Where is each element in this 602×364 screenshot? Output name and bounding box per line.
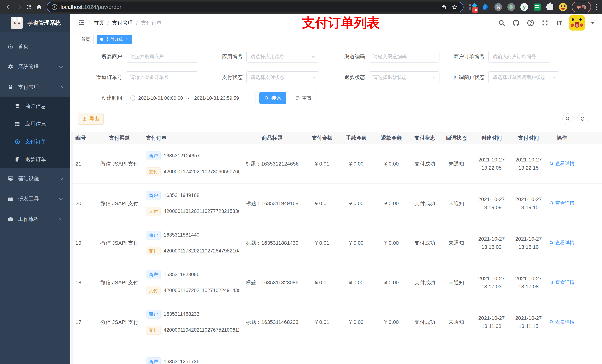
refund-status-select[interactable]: 请选择退款状态 xyxy=(369,71,440,83)
orders-table: 编号 支付渠道 支付订单 商品标题 支付金额 手续金额 退款金额 支付状态 回调… xyxy=(70,132,602,364)
channel-code-select[interactable]: 请输入渠道编码 xyxy=(369,51,440,62)
pay-status-select[interactable]: 请选择支付状态 xyxy=(246,71,319,83)
export-button[interactable]: 导出 xyxy=(78,113,104,125)
filter-row-3: 创建时间 2021-10-01 00:00:00 - 2021-10-31 23… xyxy=(78,92,602,104)
refresh-table-button[interactable] xyxy=(577,113,588,124)
tag-close-icon[interactable]: × xyxy=(126,37,128,42)
emoji-avatar-icon xyxy=(559,3,567,11)
extension-command[interactable]: ⌘ xyxy=(494,3,502,11)
github-button[interactable] xyxy=(512,19,521,27)
fullscreen-button[interactable] xyxy=(540,19,549,27)
field-label: 应用编号 xyxy=(198,53,246,60)
breadcrumb-pay[interactable]: 支付管理 xyxy=(112,20,133,26)
table-left-clip xyxy=(70,132,73,364)
table-header-row: 编号 支付渠道 支付订单 商品标题 支付金额 手续金额 退款金额 支付状态 回调… xyxy=(70,132,602,144)
app-select[interactable]: 请选择应用信息 xyxy=(246,51,319,62)
extension-balloon[interactable] xyxy=(481,3,489,11)
filter-row-1: 所属商户 应用编号 请选择应用信息 渠道编码 请输入渠道编码 商户订单编号 xyxy=(78,51,602,62)
channel-order-no-input[interactable] xyxy=(130,74,194,80)
chevron-down-icon xyxy=(312,54,315,58)
col-id: 编号 xyxy=(70,135,96,142)
view-detail-link[interactable]: 查看详情 xyxy=(549,239,575,246)
balloon-icon xyxy=(483,4,488,10)
sidebar-item-workflow[interactable]: 工作流程 xyxy=(0,209,70,229)
merchant-order-no-input[interactable] xyxy=(493,54,547,60)
view-detail-link[interactable]: 查看详情 xyxy=(549,200,575,207)
home-icon xyxy=(36,4,43,10)
sidebar-item-refund-order[interactable]: 退款订单 xyxy=(0,151,70,168)
search-button[interactable]: 搜索 xyxy=(259,92,286,104)
view-detail-link[interactable]: 查看详情 xyxy=(549,319,575,325)
chrome-update-button[interactable]: 更新 xyxy=(572,2,591,12)
app-title: 芋道管理系统 xyxy=(27,19,61,27)
sidebar-item-pay-order[interactable]: 支付订单 xyxy=(0,133,70,151)
merchant-input[interactable] xyxy=(130,54,194,60)
sidebar-item-pay[interactable]: ¥ 支付管理 xyxy=(0,77,70,97)
extensions-area: 10 ⌘ y xyxy=(468,3,567,11)
extension-y[interactable]: y xyxy=(520,3,528,11)
sidebar-item-dev-tools[interactable]: 研发工具 xyxy=(0,189,70,209)
active-tag-dot xyxy=(100,38,103,41)
reload-button[interactable] xyxy=(24,2,34,12)
gear-icon xyxy=(7,64,14,70)
extension-recorder[interactable] xyxy=(507,3,515,11)
app-logo[interactable]: 芋道管理系统 xyxy=(0,14,70,32)
forward-button[interactable] xyxy=(13,2,24,12)
breadcrumb-separator: / xyxy=(136,20,138,26)
chevron-down-icon xyxy=(432,75,436,78)
callback-status-select[interactable]: 请选择订单回调商户状态 xyxy=(488,71,559,83)
sidebar-item-home[interactable]: 首页 xyxy=(0,36,70,57)
col-amount: 支付金额 xyxy=(305,135,339,142)
help-button[interactable] xyxy=(526,19,535,27)
header-search-button[interactable] xyxy=(497,19,506,27)
url-text: localhost:1024/pay/order xyxy=(61,4,436,10)
view-detail-link[interactable]: 查看详情 xyxy=(549,279,575,286)
user-avatar[interactable] xyxy=(570,15,585,31)
extensions-menu[interactable] xyxy=(546,3,554,11)
shop-icon xyxy=(14,103,20,109)
date-end-value[interactable]: 2021-10-31 23:59:59 xyxy=(194,95,239,101)
address-bar[interactable]: i localhost:1024/pay/order xyxy=(47,2,463,12)
profile-avatar[interactable] xyxy=(559,3,567,11)
sidebar-item-infra[interactable]: 基础设施 xyxy=(0,168,70,189)
col-channel: 支付渠道 xyxy=(96,135,142,142)
home-button[interactable] xyxy=(34,2,44,12)
reset-button[interactable]: 重置 xyxy=(291,92,315,104)
view-detail-link[interactable]: 查看详情 xyxy=(549,160,575,167)
tag-pay-order[interactable]: 支付订单 × xyxy=(97,35,132,44)
chevron-down-icon xyxy=(432,54,436,58)
merchant-select[interactable] xyxy=(126,51,198,62)
breadcrumb-home[interactable]: 首页 xyxy=(94,20,104,26)
refresh-icon xyxy=(295,96,300,101)
content-area: 所属商户 应用编号 请选择应用信息 渠道编码 请输入渠道编码 商户订单编号 xyxy=(70,47,602,364)
collapse-sidebar-button[interactable] xyxy=(78,19,85,27)
browser-menu-button[interactable] xyxy=(595,3,599,11)
channel-order-no-field[interactable] xyxy=(126,71,198,83)
back-button[interactable] xyxy=(3,2,13,12)
field-label: 退款状态 xyxy=(319,74,369,81)
breadcrumb-separator: / xyxy=(107,20,109,26)
col-pay-order: 支付订单 xyxy=(142,135,239,142)
forward-icon xyxy=(15,4,22,10)
date-start-value[interactable]: 2021-10-01 00:00:00 xyxy=(138,95,183,101)
table-row: 21 微信 JSAPI 支付 商户1635312124657 支付4200001… xyxy=(70,144,602,184)
site-info-icon[interactable]: i xyxy=(52,4,57,10)
share-icon xyxy=(441,4,447,10)
tag-home[interactable]: 首页 xyxy=(78,35,94,44)
extension-chat[interactable] xyxy=(533,3,541,11)
bookmark-button[interactable] xyxy=(451,3,459,11)
sidebar-item-merchant-info[interactable]: 商户信息 xyxy=(0,97,70,115)
merchant-order-no-field[interactable] xyxy=(488,51,551,62)
create-time-range-picker[interactable]: 2021-10-01 00:00:00 - 2021-10-31 23:59:5… xyxy=(126,92,256,104)
sidebar-item-system[interactable]: 系统管理 xyxy=(0,57,70,77)
field-label: 渠道订单号 xyxy=(78,74,126,81)
font-size-button[interactable]: tT xyxy=(555,19,564,27)
col-title: 商品标题 xyxy=(239,135,305,142)
share-button[interactable] xyxy=(440,3,447,11)
field-label: 渠道编码 xyxy=(319,53,369,60)
toggle-search-button[interactable] xyxy=(562,113,573,124)
extension-sketch[interactable]: 10 xyxy=(468,3,476,11)
sidebar-item-app-info[interactable]: 应用信息 xyxy=(0,115,70,133)
refresh-icon xyxy=(580,116,585,121)
avatar-dropdown-caret[interactable] xyxy=(591,22,595,24)
